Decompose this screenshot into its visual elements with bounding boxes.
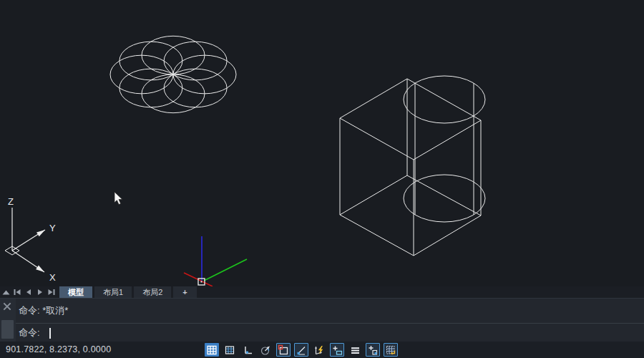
command-window-drag-handle[interactable] [1, 320, 14, 339]
tab-model[interactable]: 模型 [59, 286, 92, 298]
command-input-row[interactable]: 命令: [16, 324, 644, 342]
first-tab-button[interactable] [11, 286, 23, 298]
tripod-y-axis [204, 259, 247, 281]
command-history-text: 命令: *取消* [19, 304, 68, 317]
snap-grid-icon [206, 344, 218, 356]
status-toggle-group [205, 342, 398, 357]
last-icon [47, 287, 57, 297]
dynamic-input-icon [313, 344, 325, 356]
annotation-scale-sync-button[interactable] [384, 343, 398, 357]
lineweight-button[interactable] [348, 343, 362, 357]
polar-tracking-button[interactable] [258, 343, 273, 357]
annotation-scale-sync-icon [385, 344, 396, 356]
text-caret [49, 328, 51, 339]
first-icon [12, 287, 22, 297]
flower-circle [164, 42, 227, 80]
object-snap-tracking-button[interactable] [294, 343, 308, 357]
object-snap-button[interactable] [276, 343, 291, 357]
layout-tab-bar: 模型 布局1 布局2 + [0, 286, 644, 298]
last-tab-button[interactable] [46, 286, 57, 298]
command-window-side-strip [0, 299, 16, 342]
grid-icon [224, 344, 235, 356]
tab-layout2[interactable]: 布局2 [134, 286, 171, 298]
ucs-arrowhead [36, 266, 44, 272]
snap-mode-button[interactable] [205, 343, 219, 357]
mouse-cursor [114, 192, 122, 205]
box-edge [414, 120, 481, 160]
annotation-visibility-button[interactable] [330, 343, 344, 357]
dynamic-input-button[interactable] [312, 343, 326, 357]
command-window: 命令: *取消* 命令: [0, 298, 644, 342]
next-tab-button[interactable] [34, 286, 46, 298]
tab-menu-button[interactable] [0, 286, 11, 298]
previous-tab-button[interactable] [23, 286, 34, 298]
ortho-mode-button[interactable] [240, 343, 255, 357]
box-edge [414, 216, 481, 256]
polar-tracking-icon [260, 344, 271, 356]
box-edge [340, 175, 407, 215]
command-prompt-text: 命令: [19, 326, 40, 339]
add-annotation-scale-button[interactable] [366, 343, 380, 357]
box-edge [407, 175, 481, 216]
ucs-axis-label: X [49, 272, 56, 283]
ucs-axis-label: Z [8, 196, 14, 207]
box-edge [407, 79, 481, 120]
annotation-visibility-icon [331, 344, 343, 356]
box-edge [340, 215, 414, 256]
object-snap-icon [278, 344, 289, 356]
box-edge [340, 79, 407, 118]
ucs-axis-label: Y [49, 223, 56, 233]
previous-icon [24, 287, 34, 297]
grid-display-button[interactable] [223, 343, 237, 357]
object-snap-tracking-icon [296, 344, 307, 356]
drawing-canvas[interactable]: ZYX [0, 0, 644, 286]
coordinates-readout[interactable]: 901.7822, 8.2373, 0.0000 [6, 342, 111, 358]
close-command-window-button[interactable] [2, 301, 12, 311]
viewport-svg: ZYX [0, 0, 644, 286]
next-icon [35, 287, 45, 297]
ortho-icon [242, 344, 253, 356]
box-edge [340, 118, 414, 160]
command-history-line: 命令: *取消* [16, 299, 644, 324]
close-icon [2, 301, 12, 311]
tripod-origin-dot [201, 281, 203, 283]
lineweight-icon [349, 344, 361, 356]
tab-layout1[interactable]: 布局1 [94, 286, 132, 298]
ucs-arrowhead [36, 230, 45, 236]
status-bar: 901.7822, 8.2373, 0.0000 [0, 342, 644, 358]
up-triangle-icon [1, 288, 11, 297]
cylinder-bottom-ellipse [404, 175, 485, 222]
add-annotation-scale-icon [367, 344, 379, 356]
tab-add-layout[interactable]: + [173, 286, 196, 298]
